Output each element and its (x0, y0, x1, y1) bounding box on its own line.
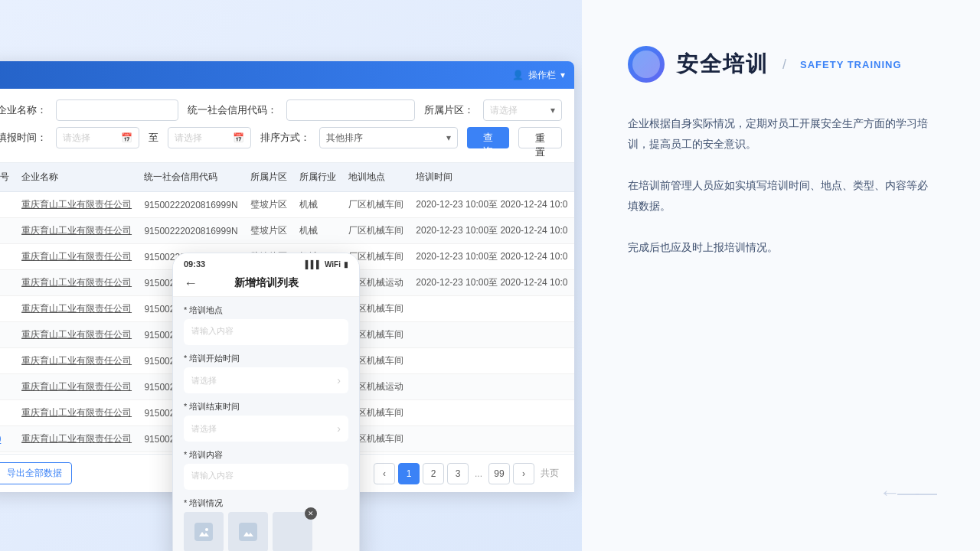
date-range-label: 填报时间： (0, 131, 47, 145)
svg-rect-2 (239, 523, 257, 541)
page-3-btn[interactable]: 3 (447, 463, 469, 484)
close-image-btn[interactable]: ✕ (273, 512, 312, 551)
desc-block-3: 完成后也应及时上报培训情况。 (628, 237, 934, 258)
company-name-input[interactable] (56, 99, 178, 121)
cell-time: 2020-12-23 10:00至 2020-12-24 10:0 (410, 244, 574, 270)
sort-dropdown-icon: ▾ (446, 132, 451, 143)
table-row: 1 重庆育山工业有限责任公司 91500222020816999N 璧坡片区 机… (0, 192, 574, 218)
reset-button[interactable]: 重置 (518, 127, 562, 148)
back-button[interactable]: ← (184, 276, 198, 292)
field-situation-label: * 培训情况 (184, 497, 348, 509)
region-select[interactable]: 请选择 ▾ (483, 99, 562, 121)
cell-code: 91500222020816999N (138, 192, 243, 218)
desc-text-3: 完成后也应及时上报培训情况。 (628, 237, 934, 258)
arrow-decoration: ←—— (879, 481, 934, 505)
cell-company-name[interactable]: 重庆育山工业有限责任公司 (15, 426, 138, 452)
main-title: 安全培训 (677, 50, 769, 79)
cell-num: 10 (0, 426, 15, 452)
field-start-time-label: * 培训开始时间 (184, 353, 348, 364)
field-start-time-select[interactable]: 请选择 › (184, 367, 348, 393)
prev-page-btn[interactable]: ‹ (374, 463, 395, 484)
cell-location: 厂区机械车间 (342, 192, 410, 218)
col-region: 所属片区 (244, 163, 293, 192)
query-button[interactable]: 查询 (467, 127, 509, 148)
cell-num: 1 (0, 192, 15, 218)
page-2-btn[interactable]: 2 (423, 463, 444, 484)
cell-num: 5 (0, 296, 15, 322)
cell-time: 2020-12-23 10:00至 2020-12-24 10:0 (410, 270, 574, 296)
cell-company-name[interactable]: 重庆育山工业有限责任公司 (15, 218, 138, 244)
field-content: * 培训内容 请输入内容 (184, 449, 348, 490)
cell-num: 2 (0, 218, 15, 244)
mobile-form-body: * 培训地点 请输入内容 * 培训开始时间 请选择 › * 培训结束时间 请选择… (173, 297, 359, 551)
cell-time (410, 322, 574, 348)
last-page-btn[interactable]: 99 (488, 463, 510, 484)
date-from-placeholder: 请选择 (63, 132, 90, 145)
wifi-icon: WiFi (325, 260, 341, 269)
page-1-btn[interactable]: 1 (398, 463, 420, 484)
mobile-header: ← 新增培训列表 (173, 272, 359, 297)
titlebar-dropdown-icon: ▾ (560, 70, 565, 80)
section-header: 安全培训 / SAFETY TRAINING (628, 46, 934, 83)
region-placeholder: 请选择 (490, 104, 518, 117)
cell-company-name[interactable]: 重庆育山工业有限责任公司 (15, 270, 138, 296)
unified-code-label: 统一社会信用代码： (188, 103, 277, 117)
titlebar-actions: 👤 操作栏 ▾ (512, 69, 565, 82)
cell-num: 7 (0, 348, 15, 374)
unified-code-input[interactable] (286, 99, 415, 121)
remove-image-icon[interactable]: ✕ (305, 507, 317, 520)
mobile-statusbar: 09:33 ▌▌▌ WiFi ▮ (173, 253, 359, 272)
region-label: 所属片区： (424, 103, 474, 117)
status-icons: ▌▌▌ WiFi ▮ (305, 260, 348, 269)
cell-company-name[interactable]: 重庆育山工业有限责任公司 (15, 296, 138, 322)
desc-text-2: 在培训前管理人员应如实填写培训时间、地点、类型、内容等必填数据。 (628, 175, 934, 216)
date-from-select[interactable]: 请选择 📅 (56, 127, 139, 148)
export-button[interactable]: 导出全部数据 (0, 462, 72, 484)
sort-label: 排序方式： (260, 131, 310, 145)
field-end-time-label: * 培训结束时间 (184, 401, 348, 412)
cell-num: 4 (0, 270, 15, 296)
cell-region: 璧坡片区 (244, 192, 293, 218)
sub-title: SAFETY TRAINING (800, 59, 902, 70)
cell-num: 8 (0, 374, 15, 400)
status-time: 09:33 (184, 259, 205, 269)
field-end-time-select[interactable]: 请选择 › (184, 416, 348, 442)
field-situation: * 培训情况 (184, 497, 348, 551)
page-dots: ... (472, 468, 485, 479)
field-end-time: * 培训结束时间 请选择 › (184, 401, 348, 442)
col-time: 培训时间 (410, 163, 574, 192)
next-page-btn[interactable]: › (513, 463, 534, 484)
col-name: 企业名称 (15, 163, 138, 192)
cell-num: 9 (0, 400, 15, 426)
start-time-chevron: › (337, 374, 341, 386)
cell-company-name[interactable]: 重庆育山工业有限责任公司 (15, 244, 138, 270)
field-location-input[interactable]: 请输入内容 (184, 319, 348, 345)
title-group: 安全培训 / SAFETY TRAINING (677, 50, 902, 79)
svg-rect-0 (194, 523, 213, 541)
section-icon (628, 46, 665, 83)
right-panel: 安全培训 / SAFETY TRAINING 企业根据自身实际情况，定期对员工开… (582, 0, 980, 551)
date-to-select[interactable]: 请选择 📅 (168, 127, 251, 148)
cell-company-name[interactable]: 重庆育山工业有限责任公司 (15, 322, 138, 348)
cell-num: 3 (0, 244, 15, 270)
mobile-mockup: 09:33 ▌▌▌ WiFi ▮ ← 新增培训列表 * 培训地点 请输入内容 *… (172, 253, 360, 551)
cell-location: 厂区机械车间 (342, 218, 410, 244)
image-preview-2 (228, 512, 268, 551)
sort-placeholder: 其他排序 (326, 132, 363, 145)
left-panel: 👤 操作栏 ▾ 企业名称： 统一社会信用代码： 所属片区： 请选择 ▾ 填报时间… (0, 0, 582, 551)
field-content-label: * 培训内容 (184, 449, 348, 461)
cell-num: 6 (0, 322, 15, 348)
sort-select[interactable]: 其他排序 ▾ (319, 127, 457, 148)
calendar-icon-2: 📅 (233, 132, 244, 143)
cell-company-name[interactable]: 重庆育山工业有限责任公司 (15, 374, 138, 400)
titlebar-action-label[interactable]: 操作栏 (528, 69, 556, 82)
field-content-input[interactable]: 请输入内容 (184, 464, 348, 490)
cell-time (410, 400, 574, 426)
date-to-placeholder: 请选择 (175, 132, 202, 145)
cell-company-name[interactable]: 重庆育山工业有限责任公司 (15, 348, 138, 374)
mobile-form-title: 新增培训列表 (234, 276, 299, 290)
col-num: 序号 (0, 163, 15, 192)
end-time-chevron: › (337, 422, 341, 435)
cell-company-name[interactable]: 重庆育山工业有限责任公司 (15, 400, 138, 426)
cell-company-name[interactable]: 重庆育山工业有限责任公司 (15, 192, 138, 218)
